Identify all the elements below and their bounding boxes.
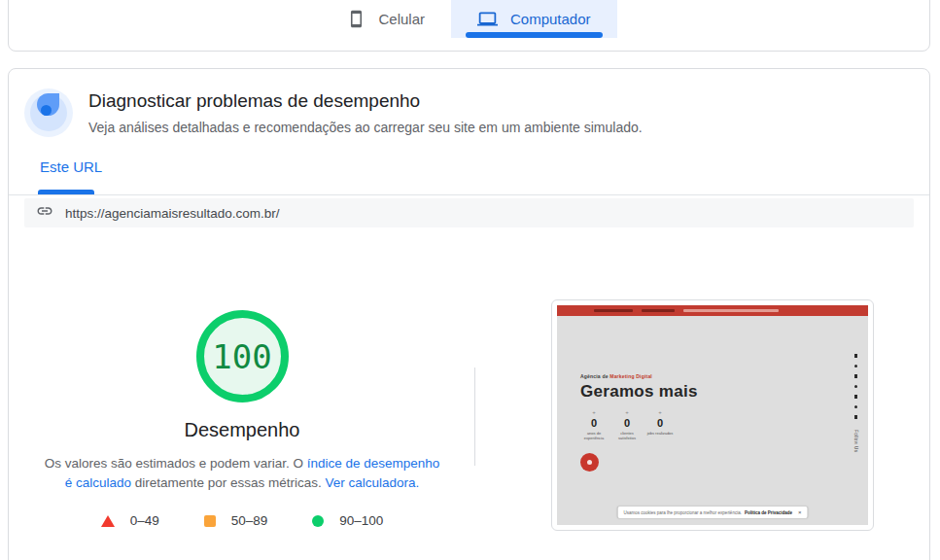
social-icon (854, 374, 858, 378)
page-title: Diagnosticar problemas de desempenho (88, 90, 643, 112)
legend-range-fail: 0–49 (130, 513, 159, 528)
link-icon (36, 202, 53, 224)
topbar-text-placeholder (642, 309, 675, 313)
legend-range-pass: 90–100 (339, 513, 383, 528)
plus-icon: + (592, 409, 596, 417)
social-icon (854, 405, 858, 409)
counter-jobs: + 0 jobs realizados (646, 409, 674, 440)
counter-label: clientes satisfeitos (613, 431, 641, 440)
counter-label: anos de experiência (580, 431, 608, 440)
privacy-policy-link: Política de Privacidade (745, 510, 792, 515)
tab-este-url[interactable]: Este URL (40, 158, 102, 175)
tabs-separator (9, 194, 929, 195)
diagnose-card: Diagnosticar problemas de desempenho Vej… (8, 68, 930, 560)
see-calculator-link[interactable]: Ver calculadora. (326, 475, 420, 490)
page-subtitle: Veja análises detalhadas e recomendações… (88, 120, 643, 135)
red-triangle-icon (101, 515, 115, 527)
score-gauge[interactable]: 100 (196, 310, 289, 402)
site-headline: Geramos mais (580, 382, 698, 402)
cta-dot-icon (587, 460, 592, 465)
brand-highlight: Marketing Digital (609, 373, 652, 379)
brand-prefix: Agência de (580, 373, 609, 379)
counter-clients: + 0 clientes satisfeitos (613, 409, 641, 440)
analyzed-url: https://agenciamaisresultado.com.br/ (65, 206, 280, 221)
topbar-text-placeholder (594, 309, 633, 313)
site-topbar (557, 305, 868, 316)
counter-value: 0 (657, 417, 663, 429)
cookie-text: Usamos cookies para lhe proporcionar a m… (624, 510, 742, 515)
social-icon (854, 385, 858, 389)
topbar-text-placeholder (683, 309, 779, 313)
counter-value: 0 (591, 417, 597, 429)
site-hero: Agência de Marketing Digital Geramos mai… (580, 373, 698, 440)
disclaimer-text-1: Os valores são estimados e podem variar.… (45, 456, 307, 471)
site-cta-button (580, 453, 599, 472)
tab-desktop-label: Computador (510, 11, 591, 27)
score-disclaimer: Os valores são estimados e podem variar.… (42, 454, 442, 493)
site-screenshot-thumbnail: Agência de Marketing Digital Geramos mai… (551, 299, 874, 531)
site-social-column: Follow Us (853, 354, 858, 452)
site-brand-line: Agência de Marketing Digital (580, 373, 698, 379)
site-screenshot: Agência de Marketing Digital Geramos mai… (557, 305, 868, 525)
site-counters: + 0 anos de experiência + 0 clientes sat… (580, 409, 698, 440)
counter-value: 0 (624, 417, 630, 429)
diagnose-header: Diagnosticar problemas de desempenho Vej… (24, 88, 643, 137)
social-icon (854, 354, 858, 358)
plus-icon: + (658, 409, 662, 417)
counter-years: + 0 anos de experiência (580, 409, 608, 440)
plus-icon: + (625, 409, 629, 417)
disclaimer-text-2: diretamente por essas métricas. (131, 475, 326, 490)
legend-item-fail: 0–49 (101, 513, 159, 528)
follow-us-label: Follow Us (853, 430, 858, 452)
score-value: 100 (212, 337, 271, 376)
tab-desktop[interactable]: Computador (451, 0, 617, 38)
legend-item-average: 50–89 (204, 513, 268, 528)
device-tabs-row: Celular Computador (9, 0, 929, 38)
close-icon: × (798, 509, 802, 515)
analyzed-url-row[interactable]: https://agenciamaisresultado.com.br/ (24, 198, 914, 228)
pagespeed-logo-icon (24, 88, 73, 137)
tab-mobile-label: Celular (378, 11, 425, 27)
vertical-divider (474, 368, 475, 466)
social-icon (854, 415, 858, 419)
smartphone-icon (347, 10, 366, 28)
orange-square-icon (204, 515, 216, 527)
score-label: Desempenho (185, 419, 300, 441)
green-circle-icon (312, 515, 324, 527)
counter-label: jobs realizados (647, 431, 674, 436)
legend-item-pass: 90–100 (312, 513, 383, 528)
social-icon (854, 365, 858, 368)
desktop-icon (477, 9, 498, 29)
tab-mobile[interactable]: Celular (321, 0, 451, 38)
score-legend: 0–49 50–89 90–100 (101, 513, 384, 528)
legend-range-average: 50–89 (231, 513, 268, 528)
performance-score-block: 100 Desempenho Os valores são estimados … (9, 302, 475, 528)
site-cookie-bar: Usamos cookies para lhe proporcionar a m… (618, 507, 808, 518)
social-icon (854, 395, 858, 399)
active-tab-indicator (466, 32, 603, 38)
device-tabs-card: Celular Computador (8, 0, 930, 52)
